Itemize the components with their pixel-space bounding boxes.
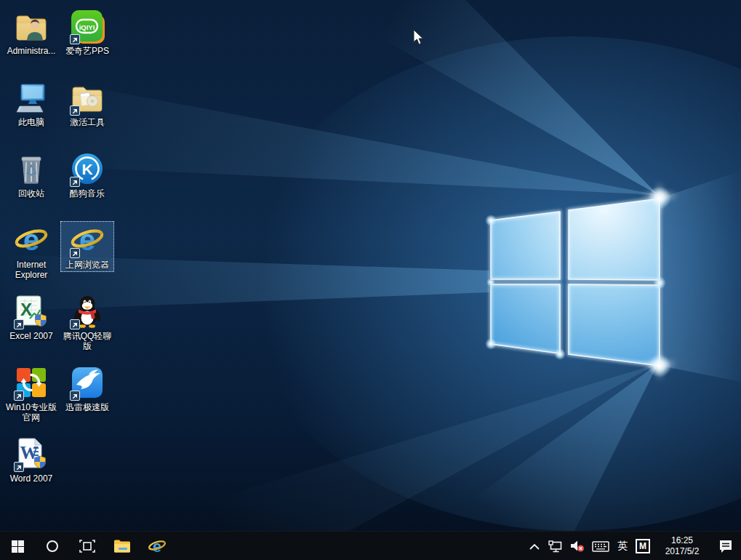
clock-date: 2017/5/2	[665, 546, 700, 557]
ime-mode-indicator[interactable]: M	[632, 532, 654, 560]
windows-desktop: Administra... iQIYI 爱奇艺PPS	[0, 0, 741, 560]
desktop-icon-excel-2007[interactable]: X Excel 2007	[4, 292, 58, 343]
speaker-muted-icon	[570, 540, 585, 553]
desktop-icon-label: Word 2007	[5, 473, 57, 484]
volume-button[interactable]	[566, 532, 588, 560]
desktop-icon-label: Excel 2007	[5, 331, 57, 341]
desktop-icon-kugou-music[interactable]: K 酷狗音乐	[60, 150, 114, 201]
system-tray: 英 M 16:25 2017/5/2	[524, 532, 741, 560]
shortcut-arrow-icon	[70, 105, 80, 116]
ethernet-network-icon	[548, 540, 563, 553]
svg-text:X: X	[20, 300, 32, 319]
recycle-bin-icon	[14, 151, 49, 186]
folder-icon	[113, 539, 131, 553]
shortcut-arrow-icon	[14, 391, 24, 401]
desktop-icon-label: Internet Explorer	[5, 260, 57, 280]
desktop-icon-label: Administra...	[5, 46, 57, 56]
task-view-button[interactable]	[70, 532, 105, 560]
shortcut-arrow-icon	[70, 248, 80, 258]
desktop-icon-this-pc[interactable]: 此电脑	[4, 79, 58, 129]
internet-explorer-icon: e	[70, 223, 105, 257]
desktop-icon-label: 迅雷极速版	[61, 402, 113, 412]
desktop-icon-administrator[interactable]: Administra...	[4, 7, 58, 58]
desktop-icon-label: 激活工具	[61, 117, 113, 127]
windows-logo-icon	[12, 540, 24, 553]
internet-explorer-icon: e	[14, 223, 49, 257]
word-icon: W	[14, 436, 49, 471]
touch-keyboard-button[interactable]	[588, 532, 613, 560]
iqiyi-icon: iQIYI	[70, 9, 105, 44]
desktop-icon-label: 此电脑	[5, 117, 57, 127]
desktop-icon-xunlei[interactable]: 迅雷极速版	[60, 364, 114, 415]
shortcut-arrow-icon	[70, 177, 80, 187]
ime-mode-box: M	[636, 539, 650, 553]
shortcut-arrow-icon	[14, 319, 24, 329]
desktop-icon-web-browser[interactable]: e 上网浏览器	[60, 221, 114, 272]
shortcut-arrow-icon	[70, 319, 80, 329]
desktop-icon-win10-site[interactable]: Win10专业版官网	[4, 364, 58, 425]
qq-penguin-icon	[70, 294, 105, 329]
network-status-button[interactable]	[545, 532, 566, 560]
show-hidden-icons-button[interactable]	[524, 532, 545, 560]
desktop-icon-label: 爱奇艺PPS	[61, 46, 113, 56]
desktop-icon-label: 上网浏览器	[61, 260, 113, 270]
svg-text:K: K	[81, 161, 92, 177]
clock[interactable]: 16:25 2017/5/2	[654, 532, 710, 560]
excel-icon: X	[14, 294, 49, 329]
svg-text:e: e	[23, 224, 39, 256]
task-view-icon	[79, 540, 95, 553]
desktop-icon-area: Administra... iQIYI 爱奇艺PPS	[4, 0, 121, 531]
start-button[interactable]	[0, 532, 35, 560]
shortcut-arrow-icon	[70, 391, 80, 401]
desktop-icon-word-2007[interactable]: W Word 2007	[4, 435, 58, 486]
cortana-circle-icon	[46, 540, 59, 553]
chevron-up-icon	[529, 543, 540, 550]
clock-time: 16:25	[671, 535, 693, 546]
file-explorer-button[interactable]	[105, 532, 140, 560]
shortcut-arrow-icon	[14, 462, 24, 472]
svg-text:e: e	[153, 537, 161, 556]
desktop-icon-label: 酷狗音乐	[61, 188, 113, 199]
computer-icon	[14, 80, 49, 115]
search-button[interactable]	[35, 532, 70, 560]
svg-text:iQIYI: iQIYI	[79, 23, 95, 31]
desktop-icon-label: 腾讯QQ轻聊版	[61, 331, 113, 351]
desktop-icon-label: Win10专业版官网	[5, 402, 57, 423]
user-folder-icon	[14, 9, 49, 44]
action-center-button[interactable]	[710, 532, 741, 560]
notification-icon	[718, 540, 733, 553]
win10-squares-icon	[14, 365, 49, 400]
desktop-icon-label: 回收站	[5, 188, 57, 199]
desktop-icon-tencent-qq[interactable]: 腾讯QQ轻聊版	[60, 292, 114, 353]
kugou-icon: K	[70, 151, 105, 186]
tools-folder-icon	[70, 80, 105, 115]
xunlei-bird-icon	[70, 365, 105, 400]
ime-language-indicator[interactable]: 英	[613, 532, 632, 560]
touch-keyboard-icon	[592, 541, 609, 552]
desktop-icon-internet-explorer[interactable]: e Internet Explorer	[4, 221, 58, 282]
svg-text:e: e	[79, 224, 95, 256]
desktop-icon-iqiyi-pps[interactable]: iQIYI 爱奇艺PPS	[60, 7, 114, 58]
desktop-icon-recycle-bin[interactable]: 回收站	[4, 150, 58, 201]
ime-language-label: 英	[617, 540, 628, 553]
shortcut-arrow-icon	[70, 34, 80, 44]
taskbar: e	[0, 531, 741, 560]
internet-explorer-taskbar-button[interactable]: e	[140, 532, 175, 560]
ie-icon: e	[148, 537, 167, 556]
desktop-icon-activation-tools[interactable]: 激活工具	[60, 79, 114, 129]
